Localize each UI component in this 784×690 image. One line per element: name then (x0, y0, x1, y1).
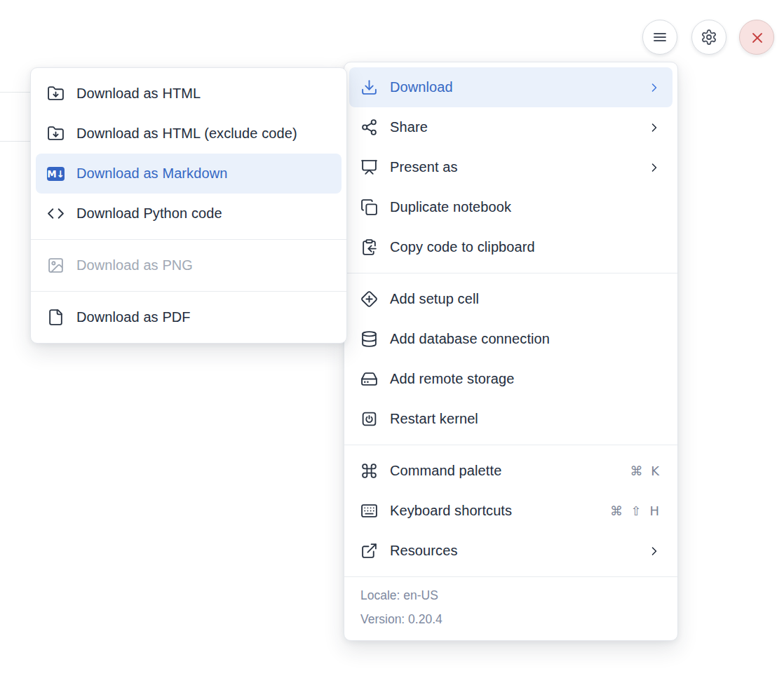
menu-item-add-setup-cell[interactable]: Add setup cell (344, 279, 677, 319)
menu-item-label: Command palette (390, 463, 501, 479)
menu-item-resources[interactable]: Resources (344, 531, 677, 571)
keyboard-shortcut: ⌘ ⇧ H (610, 503, 661, 518)
menu-item-label: Share (390, 119, 428, 135)
menu-item-download-as-png: Download as PNG (31, 245, 346, 285)
menu-item-duplicate-notebook[interactable]: Duplicate notebook (344, 187, 677, 227)
menu-item-present-as[interactable]: Present as (344, 147, 677, 187)
menu-item-keyboard-shortcuts[interactable]: Keyboard shortcuts ⌘ ⇧ H (344, 491, 677, 531)
close-button[interactable] (739, 20, 774, 55)
menu-item-label: Copy code to clipboard (390, 239, 535, 255)
command-icon (360, 462, 378, 480)
chevron-right-icon (647, 81, 661, 95)
external-link-icon (360, 542, 378, 560)
locale-text: Locale: en-US (360, 583, 661, 607)
notebook-menu-button[interactable] (642, 20, 677, 55)
download-submenu: Download as HTML Download as HTML (exclu… (30, 67, 347, 344)
menu-item-label: Resources (390, 543, 458, 559)
app-page: Download Share Present as Duplicate note… (0, 0, 784, 690)
chevron-right-icon (647, 544, 661, 558)
menu-item-label: Add database connection (390, 331, 550, 347)
image-icon (47, 257, 65, 274)
menu-item-label: Add setup cell (390, 291, 479, 307)
presentation-icon (360, 158, 378, 176)
menu-item-label: Download as Markdown (76, 165, 227, 182)
menu-item-label: Keyboard shortcuts (390, 503, 512, 519)
clipboard-copy-icon (360, 238, 378, 256)
page-divider-line (0, 92, 30, 93)
markdown-badge: M↓ (47, 167, 65, 181)
menu-item-copy-code[interactable]: Copy code to clipboard (344, 227, 677, 267)
version-text: Version: 0.20.4 (360, 607, 661, 631)
menu-footer: Locale: en-US Version: 0.20.4 (344, 577, 677, 640)
menu-item-restart-kernel[interactable]: Restart kernel (344, 399, 677, 439)
gear-icon (701, 29, 717, 46)
menu-item-label: Download (390, 79, 453, 95)
menu-separator (31, 291, 346, 292)
menu-item-label: Download Python code (76, 205, 222, 222)
menu-item-label: Download as HTML (exclude code) (76, 126, 297, 142)
diamond-plus-icon (360, 290, 378, 308)
menu-item-download-as-html[interactable]: Download as HTML (31, 74, 346, 114)
menu-item-download-as-markdown[interactable]: M↓ Download as Markdown (36, 154, 342, 194)
menu-item-label: Restart kernel (390, 411, 478, 427)
page-divider-line (0, 141, 30, 142)
hamburger-menu-icon (651, 29, 668, 46)
menu-item-label: Add remote storage (390, 371, 514, 387)
menu-item-download-python-code[interactable]: Download Python code (31, 194, 346, 234)
database-icon (360, 330, 378, 348)
settings-button[interactable] (691, 20, 726, 55)
download-icon (360, 79, 378, 96)
menu-item-share[interactable]: Share (344, 107, 677, 147)
power-icon (360, 410, 378, 428)
menu-item-label: Download as PDF (76, 309, 191, 325)
menu-item-download-as-html-exclude-code[interactable]: Download as HTML (exclude code) (31, 114, 346, 154)
chevron-right-icon (647, 161, 661, 175)
keyboard-icon (360, 502, 378, 520)
folder-down-icon (47, 85, 65, 102)
menu-item-label: Download as HTML (76, 86, 201, 102)
menu-item-label: Download as PNG (76, 257, 193, 273)
share-icon (360, 119, 378, 136)
markdown-download-icon: M↓ (47, 165, 65, 182)
copy-icon (360, 198, 378, 216)
hard-drive-icon (360, 370, 378, 388)
menu-item-add-database-connection[interactable]: Add database connection (344, 319, 677, 359)
code-icon (47, 205, 65, 222)
menu-item-label: Present as (390, 159, 458, 175)
close-icon (749, 29, 764, 45)
menu-separator (344, 273, 677, 273)
keyboard-shortcut: ⌘ K (630, 464, 661, 478)
notebook-actions-menu: Download Share Present as Duplicate note… (344, 62, 678, 641)
menu-item-download-as-pdf[interactable]: Download as PDF (31, 297, 346, 337)
menu-item-label: Duplicate notebook (390, 199, 511, 215)
menu-item-add-remote-storage[interactable]: Add remote storage (344, 359, 677, 399)
folder-down-icon (47, 125, 65, 142)
chevron-right-icon (647, 121, 661, 135)
menu-item-command-palette[interactable]: Command palette ⌘ K (344, 451, 677, 491)
menu-item-download[interactable]: Download (349, 67, 673, 107)
file-icon (47, 309, 65, 326)
menu-separator (31, 239, 346, 240)
menu-separator (344, 445, 677, 445)
